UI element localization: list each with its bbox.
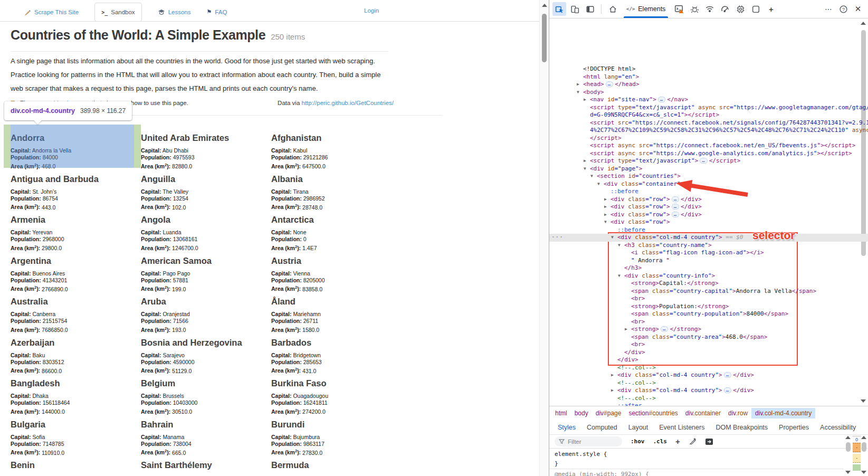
scroll-up-icon[interactable]: [542, 4, 547, 7]
dom-tree-line[interactable]: ▼<div class="country-info">: [549, 272, 868, 280]
dom-tree-line[interactable]: </h3>: [549, 264, 868, 272]
expand-open-icon[interactable]: ▼: [618, 272, 621, 280]
breadcrumb-item[interactable]: section#countries: [625, 408, 681, 418]
dom-tree-line[interactable]: ▼<div class="col-md-4 country"> == $0: [549, 234, 868, 242]
element-style-rule[interactable]: element.style {: [555, 451, 607, 458]
styles-tab-dom-breakpoints[interactable]: DOM Breakpoints: [716, 424, 768, 431]
close-icon[interactable]: ✕: [851, 2, 865, 16]
application-icon[interactable]: [749, 2, 762, 16]
filter-input[interactable]: Filter: [555, 436, 622, 446]
computed-pane-toggle-icon[interactable]: [705, 438, 713, 445]
dom-tree-line[interactable]: <script type="text/javascript" async src…: [549, 104, 868, 112]
dom-tree-line[interactable]: <!--.col-->: [549, 364, 868, 372]
breadcrumb-item[interactable]: div.container: [682, 408, 724, 418]
console-icon[interactable]: [672, 2, 686, 16]
dom-tree-line[interactable]: <script async src="https://connect.faceb…: [549, 142, 868, 150]
dom-tree-line[interactable]: <strong>Capital:</strong>: [549, 280, 868, 288]
expand-closed-icon[interactable]: ▶: [611, 387, 614, 395]
dom-tree-line[interactable]: <i class="flag-icon flag-icon-ad"></i>: [549, 249, 868, 257]
dom-tree-line[interactable]: <!--.col-->: [549, 395, 868, 403]
expand-closed-icon[interactable]: ▶: [577, 81, 579, 89]
line-menu-icon[interactable]: ...: [551, 232, 564, 240]
dom-tree-line[interactable]: ▼<body>: [549, 89, 868, 97]
expand-closed-icon[interactable]: ▶: [584, 96, 586, 104]
dom-tree-line[interactable]: <span class="country-capital">Andorra la…: [549, 288, 868, 296]
home-icon[interactable]: [606, 2, 619, 16]
nav-tab-lessons[interactable]: Lessons: [158, 3, 191, 21]
dom-tree-line[interactable]: ▶<nav id="site-nav">…</nav>: [549, 96, 868, 104]
help-icon[interactable]: ?: [836, 2, 850, 16]
expand-open-icon[interactable]: ▼: [597, 180, 600, 188]
scroll-up-icon[interactable]: [845, 436, 851, 439]
dom-tree-line[interactable]: ::before: [549, 226, 868, 234]
collapsed-children-icon[interactable]: …: [724, 372, 731, 378]
breadcrumb-item[interactable]: div.row: [724, 408, 751, 418]
page-scrollbar[interactable]: [539, 0, 549, 476]
scroll-down-icon[interactable]: [861, 471, 866, 474]
breadcrumb-item[interactable]: div.col-md-4.country: [751, 408, 815, 418]
styles-tab-computed[interactable]: Computed: [587, 424, 617, 431]
dom-tree-line[interactable]: ▶<div class="row">…</div>: [549, 211, 868, 219]
styles-scrollbar[interactable]: [844, 436, 852, 474]
performance-icon[interactable]: [718, 2, 732, 16]
expand-open-icon[interactable]: ▼: [584, 165, 586, 173]
dom-tree-line[interactable]: ▶<div class="col-md-4 country">…</div>: [549, 387, 868, 395]
dom-tree-line[interactable]: ::after: [549, 402, 868, 406]
new-style-rule-icon[interactable]: +: [675, 437, 680, 446]
collapsed-children-icon[interactable]: …: [672, 204, 679, 210]
expand-closed-icon[interactable]: ▶: [625, 326, 627, 334]
dom-tree-line[interactable]: </div>: [549, 349, 868, 357]
expand-open-icon[interactable]: ▼: [604, 218, 607, 226]
toggle-class[interactable]: .cls: [653, 438, 667, 445]
network-icon[interactable]: [703, 2, 717, 16]
scroll-up-icon[interactable]: [861, 22, 866, 25]
dom-tree-line[interactable]: 4%2C77%2C67%2C109%2C59%2C58%2C31%2C96%2C…: [549, 127, 868, 135]
dom-tree-line[interactable]: ▶<div class="col-md-4 country">…</div>: [549, 372, 868, 379]
data-source-link[interactable]: http://peric.github.io/GetCountries/: [301, 100, 394, 106]
breadcrumb-item[interactable]: html: [551, 408, 571, 418]
box-model-scrollbar[interactable]: [860, 436, 868, 474]
device-emulation-icon[interactable]: [568, 2, 581, 16]
dom-tree-line[interactable]: " Andorra ": [549, 257, 868, 265]
expand-closed-icon[interactable]: ▶: [604, 211, 607, 219]
collapsed-children-icon[interactable]: …: [606, 81, 613, 87]
dom-tree-line[interactable]: <br>: [549, 341, 868, 349]
collapsed-children-icon[interactable]: …: [661, 326, 668, 332]
collapsed-children-icon[interactable]: …: [672, 212, 679, 217]
dom-tree-line[interactable]: <script src="https://connect.facebook.ne…: [549, 119, 868, 127]
dom-tree-line[interactable]: <span class="country-population">84000</…: [549, 310, 868, 318]
nav-tab-scrape-this-site[interactable]: Scrape This Site: [24, 3, 79, 21]
expand-open-icon[interactable]: ▼: [618, 242, 621, 250]
login-link[interactable]: Login: [364, 7, 379, 14]
dom-tree-line[interactable]: ▶<strong>…</strong>: [549, 326, 868, 334]
dom-tree-line[interactable]: <!DOCTYPE html>: [549, 65, 868, 73]
styles-tab-properties[interactable]: Properties: [779, 424, 809, 431]
dom-tree-line[interactable]: <span class="country-area">468.0</span>: [549, 334, 868, 341]
collapsed-children-icon[interactable]: …: [658, 97, 665, 102]
dom-tree-line[interactable]: <html lang="en">: [549, 73, 868, 81]
memory-icon[interactable]: [733, 2, 747, 16]
rendering-brush-icon[interactable]: [689, 437, 697, 445]
dom-tree-line[interactable]: <script async src="https://www.google-an…: [549, 150, 868, 158]
panel-layout-icon[interactable]: [583, 2, 597, 16]
dom-tree-line[interactable]: ▶<script type="text/javascript">…</scrip…: [549, 157, 868, 165]
dom-tree-line[interactable]: ▼<div id="page">: [549, 165, 868, 173]
dom-tree-line[interactable]: <strong>Population:</strong>: [549, 303, 868, 311]
dom-tree-line[interactable]: </div>: [549, 356, 868, 364]
scroll-up-icon[interactable]: [861, 436, 866, 439]
dom-tree-line[interactable]: d=G-09N5RQCFG4&cx=c&_slc=1"></script>: [549, 111, 868, 119]
styles-tab-event-listeners[interactable]: Event Listeners: [659, 424, 704, 431]
expand-closed-icon[interactable]: ▶: [604, 196, 607, 204]
dom-tree-line[interactable]: </script>: [549, 135, 868, 142]
expand-open-icon[interactable]: ▼: [611, 234, 614, 242]
styles-tab-accessibility[interactable]: Accessibility: [820, 424, 856, 431]
dom-tree-line[interactable]: ▶<head>…</head>: [549, 81, 868, 89]
dom-tree-line[interactable]: ▼<div class="row">: [549, 218, 868, 226]
debug-icon[interactable]: [688, 2, 701, 16]
expand-open-icon[interactable]: ▼: [577, 89, 579, 97]
expand-closed-icon[interactable]: ▶: [611, 372, 614, 379]
toggle-hover-state[interactable]: :hov: [631, 438, 645, 445]
dom-tree-line[interactable]: <br>: [549, 318, 868, 326]
scrollbar-thumb[interactable]: [846, 442, 851, 452]
dom-tree-line[interactable]: ▼<h3 class="country-name">: [549, 242, 868, 250]
